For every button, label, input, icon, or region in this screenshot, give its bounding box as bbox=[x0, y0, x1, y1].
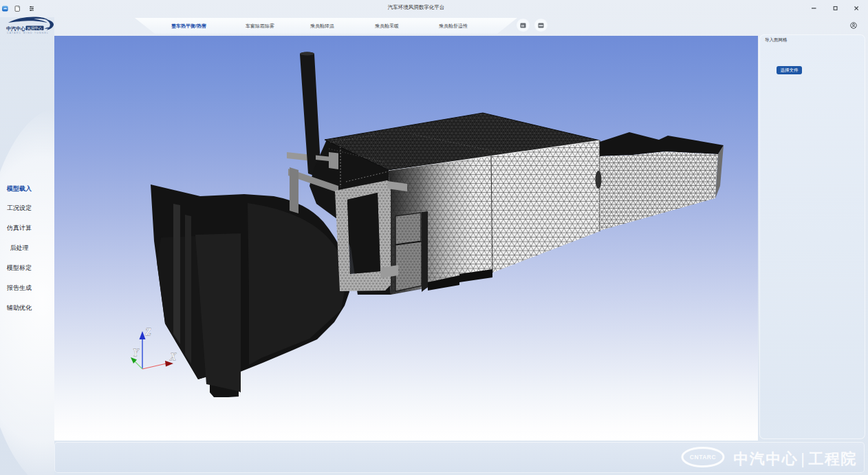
svg-text:Z: Z bbox=[145, 326, 151, 337]
svg-text:CATARC WIND TUNNEL: CATARC WIND TUNNEL bbox=[7, 32, 49, 34]
svg-text:Y: Y bbox=[133, 347, 140, 358]
svg-text:中汽中心: 中汽中心 bbox=[6, 25, 26, 32]
svg-text:X: X bbox=[169, 351, 177, 362]
svg-text:CNTARC: CNTARC bbox=[690, 454, 716, 461]
svg-text:风洞中心: 风洞中心 bbox=[27, 26, 43, 31]
